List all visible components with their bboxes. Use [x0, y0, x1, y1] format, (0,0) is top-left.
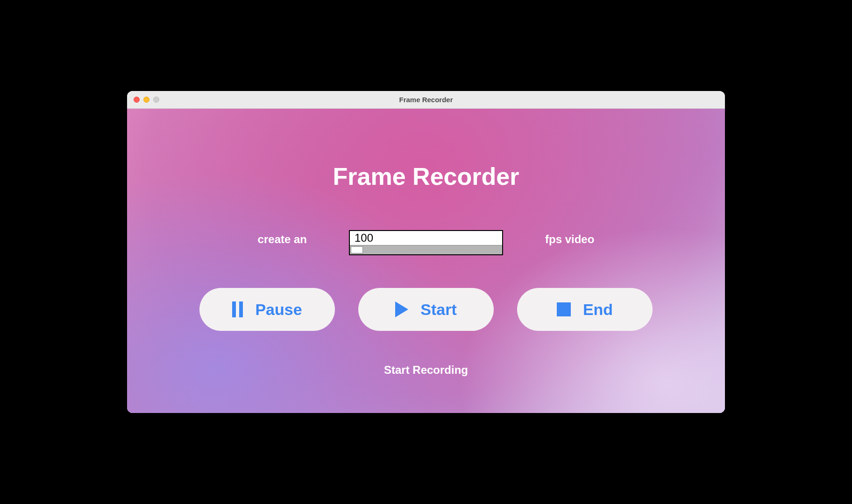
fps-slider-track[interactable] [350, 245, 502, 254]
start-button[interactable]: Start [358, 288, 494, 331]
fps-suffix-label: fps video [545, 233, 594, 246]
stop-icon [557, 302, 571, 316]
window-title: Frame Recorder [127, 96, 725, 104]
titlebar[interactable]: Frame Recorder [127, 91, 725, 109]
close-icon[interactable] [134, 97, 140, 103]
fps-prefix-label: create an [258, 233, 307, 246]
fps-slider-thumb[interactable] [351, 246, 363, 253]
traffic-lights [134, 97, 159, 103]
end-button-label: End [583, 301, 613, 319]
pause-button-label: Pause [255, 301, 302, 319]
play-icon [395, 301, 408, 317]
fps-row: create an 100 fps video [258, 230, 595, 255]
start-button-label: Start [420, 301, 456, 319]
end-button[interactable]: End [517, 288, 653, 331]
page-title: Frame Recorder [333, 162, 519, 190]
button-row: Pause Start End [199, 288, 653, 331]
fps-spinbox[interactable]: 100 [349, 230, 503, 255]
content-area: Frame Recorder create an 100 fps video P… [127, 109, 725, 413]
minimize-icon[interactable] [143, 97, 149, 103]
pause-button[interactable]: Pause [199, 288, 335, 331]
maximize-icon [153, 97, 159, 103]
fps-value[interactable]: 100 [350, 231, 502, 245]
pause-icon [232, 301, 243, 317]
status-text: Start Recording [384, 364, 468, 377]
app-window: Frame Recorder Frame Recorder create an … [127, 91, 725, 413]
